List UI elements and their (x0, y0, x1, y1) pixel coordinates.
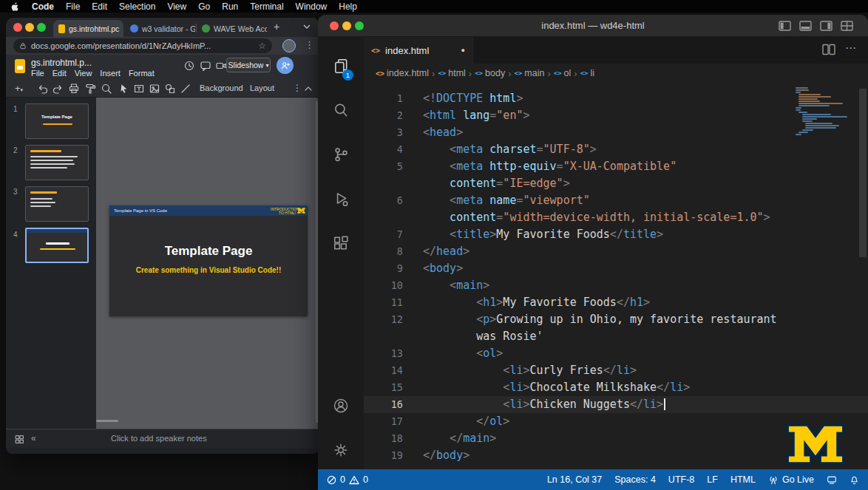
line-number[interactable]: 10 (364, 277, 423, 294)
collapse-toolbar-icon[interactable] (305, 86, 312, 91)
slide-subtitle-text[interactable]: Create something in Visual Studio Code!! (109, 266, 308, 274)
code-line[interactable]: 9<body> (364, 260, 868, 277)
menubar-item-terminal[interactable]: Terminal (250, 1, 283, 12)
menubar-item-run[interactable]: Run (222, 1, 238, 12)
code-line[interactable]: 8</head> (364, 243, 868, 260)
line-number[interactable]: 3 (364, 124, 423, 141)
account-icon[interactable] (333, 398, 349, 414)
insert-image-icon[interactable] (149, 83, 160, 95)
line-number[interactable] (364, 209, 423, 226)
code-line[interactable]: content="IE=edge"> (364, 175, 868, 192)
collapse-filmstrip-icon[interactable]: « (31, 433, 36, 443)
slide-thumbnail-4[interactable] (25, 228, 89, 263)
line-number[interactable]: 7 (364, 226, 423, 243)
new-tab-button[interactable]: + (274, 21, 279, 33)
line-number[interactable] (364, 328, 423, 345)
slide-thumbnail-2[interactable] (25, 145, 89, 180)
code-line[interactable]: 3<head> (364, 124, 868, 141)
slides-menu-view[interactable]: View (75, 69, 92, 78)
menubar-item-file[interactable]: File (66, 1, 80, 12)
slides-menu-format[interactable]: Format (129, 69, 155, 78)
code-line[interactable]: was Rosie' (364, 328, 868, 345)
code-line[interactable]: 5<meta http-equiv="X-UA-Compatible" (364, 158, 868, 175)
slide-title-text[interactable]: Template Page (109, 244, 308, 259)
line-number[interactable]: 13 (364, 345, 423, 362)
layout-button[interactable]: Layout (250, 84, 274, 92)
line-number[interactable]: 11 (364, 294, 423, 311)
line-number[interactable]: 1 (364, 90, 423, 107)
comment-icon[interactable] (200, 60, 211, 72)
line-number[interactable]: 4 (364, 141, 423, 158)
line-number[interactable]: 8 (364, 243, 423, 260)
select-cursor-icon[interactable] (118, 83, 129, 94)
code-line[interactable]: 16<li>Chicken Nuggets</li> (364, 396, 868, 413)
line-number[interactable]: 12 (364, 311, 423, 328)
slides-menu-file[interactable]: File (31, 69, 44, 78)
breadcrumb-main[interactable]: <> main (514, 68, 544, 78)
code-line[interactable]: 15<li>Chocolate Milkshake</li> (364, 379, 868, 396)
code-line[interactable]: 13<ol> (364, 345, 868, 362)
breadcrumb-html[interactable]: <> html (438, 68, 465, 78)
modified-dot-icon[interactable]: ● (461, 47, 465, 54)
problems-errors[interactable]: 0 (327, 474, 345, 485)
version-history-icon[interactable] (183, 60, 195, 72)
source-control-icon[interactable] (333, 146, 349, 163)
menubar-item-edit[interactable]: Edit (92, 1, 107, 12)
insert-shape-icon[interactable] (164, 83, 176, 95)
undo-icon[interactable] (37, 83, 49, 95)
remote-icon[interactable] (827, 475, 837, 485)
code-line[interactable]: 11<h1>My Favorite Foods</h1> (364, 294, 868, 311)
slides-menu-edit[interactable]: Edit (52, 69, 67, 78)
breadcrumb-ol[interactable]: <> ol (554, 68, 572, 78)
slides-menu-insert[interactable]: Insert (100, 69, 121, 78)
add-slide-button[interactable]: +▾ (15, 83, 23, 94)
tab-search-chevron-icon[interactable] (303, 24, 311, 30)
print-icon[interactable] (68, 83, 80, 95)
document-title[interactable]: gs.introhtml.p... (31, 58, 92, 68)
minimap[interactable] (796, 87, 855, 136)
indentation[interactable]: Spaces: 4 (614, 474, 656, 485)
code-line[interactable]: content="width=device-width, initial-sca… (364, 209, 868, 226)
browser-menu-icon[interactable]: ⋮ (305, 39, 314, 50)
address-bar[interactable]: docs.google.com/presentation/d/1NrZAdyHk… (13, 38, 272, 53)
code-line[interactable]: 12<p>Growing up in Ohio, my favorite res… (364, 311, 868, 328)
zoom-icon[interactable] (101, 83, 112, 95)
present-camera-icon[interactable] (215, 60, 227, 72)
line-number[interactable] (364, 175, 423, 192)
line-number[interactable]: 16 (364, 396, 423, 413)
code-line[interactable]: 2<html lang="en"> (364, 107, 868, 124)
menubar-item-window[interactable]: Window (296, 1, 328, 12)
problems-warnings[interactable]: 0 (349, 474, 368, 485)
cursor-position[interactable]: Ln 16, Col 37 (547, 474, 602, 485)
search-icon[interactable] (333, 102, 349, 118)
minimize-window-button[interactable] (25, 23, 34, 32)
layout-panel-icon[interactable] (799, 21, 812, 31)
split-editor-icon[interactable] (822, 44, 835, 55)
editor-scrollbar[interactable] (859, 89, 867, 257)
menubar-item-go[interactable]: Go (198, 1, 210, 12)
line-number[interactable]: 6 (364, 192, 423, 209)
layout-sidebar-left-icon[interactable] (779, 21, 791, 31)
background-button[interactable]: Background (200, 84, 243, 92)
browser-tab-slides[interactable]: gs.introhtml.pc × (53, 20, 123, 37)
share-button[interactable] (277, 57, 294, 74)
insert-line-icon[interactable] (180, 83, 191, 95)
apple-menu-icon[interactable] (10, 1, 20, 12)
menubar-item-code[interactable]: Code (32, 1, 54, 12)
menubar-item-view[interactable]: View (167, 1, 186, 12)
line-number[interactable]: 19 (364, 447, 423, 464)
go-live-button[interactable]: Go Live (768, 474, 814, 485)
breadcrumb-file[interactable]: <> index.html (376, 68, 429, 78)
line-number[interactable]: 5 (364, 158, 423, 175)
language-mode[interactable]: HTML (730, 474, 756, 485)
extensions-icon[interactable] (333, 235, 349, 251)
eol-sequence[interactable]: LF (707, 474, 718, 485)
slide-filmstrip[interactable]: 1 2 3 4 Template Page (6, 98, 96, 429)
code-line[interactable]: 4<meta charset="UTF-8"> (364, 141, 868, 158)
close-window-button[interactable] (13, 23, 22, 32)
encoding[interactable]: UTF-8 (668, 474, 694, 485)
line-number[interactable]: 2 (364, 107, 423, 124)
tab-close-icon[interactable]: × (123, 24, 123, 33)
notifications-bell-icon[interactable] (850, 474, 859, 485)
code-line[interactable]: 1<!DOCTYPE html> (364, 90, 868, 107)
